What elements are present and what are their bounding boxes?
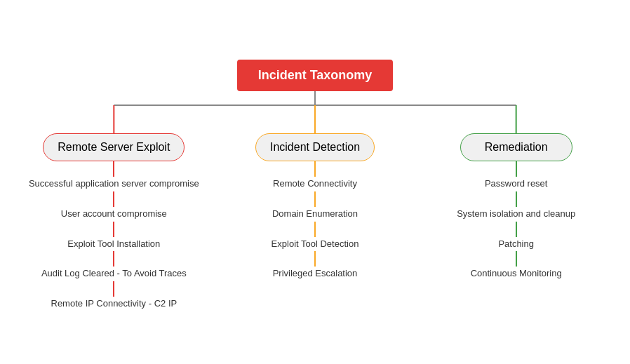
- connector-red-0: [113, 161, 114, 177]
- list-item: Patching: [492, 237, 539, 252]
- connector-yellow-2: [314, 222, 316, 237]
- column-header-red: Remote Server Exploit: [43, 133, 185, 161]
- column-items-red: Successful application server compromise…: [13, 161, 215, 311]
- column-yellow: Incident Detection Remote ConnectivityDo…: [215, 133, 416, 282]
- column-header-label-red: Remote Server Exploit: [58, 141, 170, 153]
- connector-red-2: [113, 222, 114, 237]
- connector-green-0: [516, 161, 517, 177]
- list-item: Audit Log Cleared - To Avoid Traces: [36, 267, 192, 281]
- list-item: Privileged Escalation: [267, 267, 363, 281]
- list-item: System isolation and cleanup: [451, 207, 581, 222]
- connector-red-1: [113, 191, 114, 207]
- column-red: Remote Server Exploit Successful applica…: [13, 133, 215, 311]
- column-items-green: Password resetSystem isolation and clean…: [415, 161, 617, 282]
- list-item: User account compromise: [55, 207, 173, 222]
- column-header-yellow: Incident Detection: [255, 133, 375, 161]
- list-item: Remote IP Connectivity - C2 IP: [46, 297, 183, 311]
- diagram-container: Incident Taxonomy Remote Server Exploit …: [13, 53, 617, 311]
- column-header-green: Remediation: [460, 133, 572, 161]
- connector-green-2: [516, 222, 517, 237]
- connector-green-3: [516, 251, 517, 267]
- root-node: Incident Taxonomy: [237, 60, 394, 91]
- connector-yellow-1: [314, 191, 316, 207]
- list-item: Continuous Monitoring: [465, 267, 568, 281]
- connector-yellow-3: [314, 251, 316, 267]
- list-item: Exploit Tool Detection: [266, 237, 365, 252]
- column-header-label-green: Remediation: [485, 141, 548, 153]
- connector-red-4: [113, 281, 114, 297]
- list-item: Remote Connectivity: [267, 177, 363, 191]
- root-label: Incident Taxonomy: [258, 68, 373, 82]
- list-item: Domain Enumeration: [267, 207, 363, 222]
- column-header-label-yellow: Incident Detection: [270, 141, 360, 153]
- columns-container: Remote Server Exploit Successful applica…: [13, 133, 617, 311]
- list-item: Exploit Tool Installation: [62, 237, 166, 252]
- connector-red-3: [113, 251, 114, 267]
- connector-yellow-0: [314, 161, 316, 177]
- column-items-yellow: Remote ConnectivityDomain EnumerationExp…: [215, 161, 416, 282]
- connector-green-1: [516, 191, 517, 207]
- list-item: Successful application server compromise: [23, 177, 205, 191]
- list-item: Password reset: [479, 177, 554, 191]
- column-green: Remediation Password resetSystem isolati…: [415, 133, 617, 282]
